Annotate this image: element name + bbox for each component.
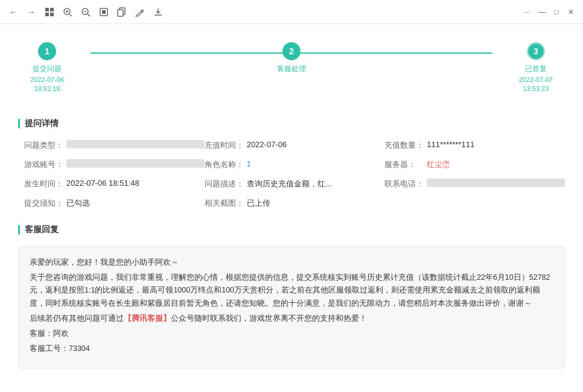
label-server: 服务器： — [384, 159, 427, 170]
step-1-time: 2022-07-0618:52:18 — [30, 75, 64, 94]
field-role-name: 角色名称： 1 — [205, 159, 385, 174]
reply-line-4: 客服：阿欢 — [30, 327, 553, 340]
progress-stepper: 1 提交问题 2022-07-0618:52:18 2 客服处理 3 已答复 2… — [18, 36, 565, 100]
field-recharge-qty: 充值数量： 111*******111 — [384, 140, 565, 154]
field-recharge-time: 充值时间： 2022-07-06 — [205, 140, 385, 154]
reply-line-2: 关于您咨询的游戏问题，我们非常重视，理解您的心情，根据您提供的信息，提交系统核实… — [30, 271, 553, 310]
step-3-time: 2022-07-0713:53:23 — [519, 75, 553, 94]
step-3: 3 已答复 2022-07-0713:53:23 — [519, 42, 553, 94]
field-occurred-time: 发生时间： 2022-07-06 18:51:48 — [24, 179, 205, 193]
value-phone — [427, 179, 565, 187]
close-button[interactable]: ✕ — [566, 7, 576, 17]
copy-icon[interactable] — [116, 6, 128, 18]
field-server: 服务器： 红尘峦 — [384, 159, 565, 174]
svg-rect-1 — [50, 8, 54, 11]
step-1-circle: 1 — [38, 42, 56, 60]
field-description: 问题描述： 查询历史充值金额，红... — [205, 179, 385, 193]
label-description: 问题描述： — [205, 179, 247, 189]
label-game-account: 游戏账号： — [24, 159, 66, 170]
value-role-name[interactable]: 1 — [247, 159, 385, 168]
title-bar-left: ← → — [7, 6, 164, 18]
step-2-circle: 2 — [282, 42, 301, 60]
svg-rect-0 — [45, 8, 49, 11]
value-server: 红尘峦 — [427, 159, 565, 170]
inquiry-title: 提问详情 — [18, 118, 565, 131]
label-phone: 联系电话： — [384, 179, 427, 189]
step-3-circle: 3 — [527, 42, 545, 60]
svg-line-5 — [69, 14, 72, 16]
forward-button[interactable]: → — [25, 6, 37, 18]
reply-title: 客服回复 — [18, 224, 565, 238]
value-screenshot: 已上传 — [247, 198, 385, 209]
download-icon[interactable] — [152, 6, 164, 18]
svg-line-9 — [88, 14, 90, 16]
edit-icon[interactable] — [134, 6, 146, 18]
reply-line-1: 亲爱的玩家，您好！我是您的小助手阿欢～ — [30, 256, 553, 269]
more-button[interactable]: ··· — [523, 7, 532, 17]
value-description: 查询历史充值金额，红... — [247, 179, 385, 189]
step-2: 2 客服处理 — [277, 42, 306, 75]
field-submit-notice: 提交须知： 已勾选 — [24, 198, 205, 212]
title-bar: ← → — [0, 0, 583, 24]
main-content: 1 提交问题 2022-07-0618:52:18 2 客服处理 3 已答复 2… — [0, 24, 583, 392]
minimize-button[interactable]: — — [537, 7, 547, 17]
back-button[interactable]: ← — [7, 6, 19, 18]
label-submit-notice: 提交须知： — [24, 198, 66, 209]
info-grid: 问题类型： 充值时间： 2022-07-06 充值数量： 111*******1… — [18, 140, 565, 212]
field-question-type: 问题类型： — [24, 140, 205, 154]
reply-box: 亲爱的玩家，您好！我是您的小助手阿欢～ 关于您咨询的游戏问题，我们非常重视，理解… — [18, 246, 565, 368]
zoom-in-icon[interactable] — [62, 6, 74, 18]
reply-line-3: 后续若仍有其他问题可通过【腾讯客服】公众号随时联系我们，游戏世界离不开您的支持和… — [30, 312, 553, 325]
field-game-account: 游戏账号： — [24, 159, 205, 174]
label-question-type: 问题类型： — [24, 140, 66, 151]
label-screenshot: 相关截图： — [205, 198, 247, 209]
reply-line-5: 客服工号：73304 — [30, 343, 553, 355]
label-occurred-time: 发生时间： — [24, 179, 66, 189]
fit-icon[interactable] — [98, 6, 110, 18]
value-recharge-time: 2022-07-06 — [247, 140, 385, 149]
svg-rect-14 — [118, 10, 123, 16]
value-occurred-time: 2022-07-06 18:51:48 — [66, 179, 205, 188]
label-recharge-time: 充值时间： — [205, 140, 247, 151]
zoom-out-icon[interactable] — [80, 6, 92, 18]
grid-icon[interactable] — [43, 6, 56, 18]
value-game-account — [66, 159, 205, 168]
step-2-label: 客服处理 — [277, 64, 306, 74]
svg-rect-12 — [102, 10, 106, 14]
value-question-type — [66, 140, 205, 148]
step-1-label: 提交问题 — [33, 64, 62, 74]
svg-rect-3 — [50, 13, 54, 16]
label-recharge-qty: 充值数量： — [384, 140, 427, 151]
value-recharge-qty: 111*******111 — [427, 140, 565, 149]
label-role-name: 角色名称： — [205, 159, 247, 170]
svg-rect-2 — [45, 13, 49, 16]
step-3-label: 已答复 — [525, 64, 547, 74]
field-phone: 联系电话： — [384, 179, 565, 193]
maximize-button[interactable]: □ — [552, 7, 561, 17]
reply-section: 客服回复 亲爱的玩家，您好！我是您的小助手阿欢～ 关于您咨询的游戏问题，我们非常… — [18, 224, 565, 368]
title-bar-right: ··· — □ ✕ — [523, 7, 576, 17]
field-empty — [384, 198, 565, 212]
step-1: 1 提交问题 2022-07-0618:52:18 — [30, 42, 64, 94]
reply-highlight: 【腾讯客服】 — [124, 314, 171, 323]
field-screenshot: 相关截图： 已上传 — [205, 198, 385, 212]
value-submit-notice: 已勾选 — [66, 198, 205, 209]
inquiry-section: 提问详情 问题类型： 充值时间： 2022-07-06 充值数量： 111***… — [18, 118, 565, 212]
